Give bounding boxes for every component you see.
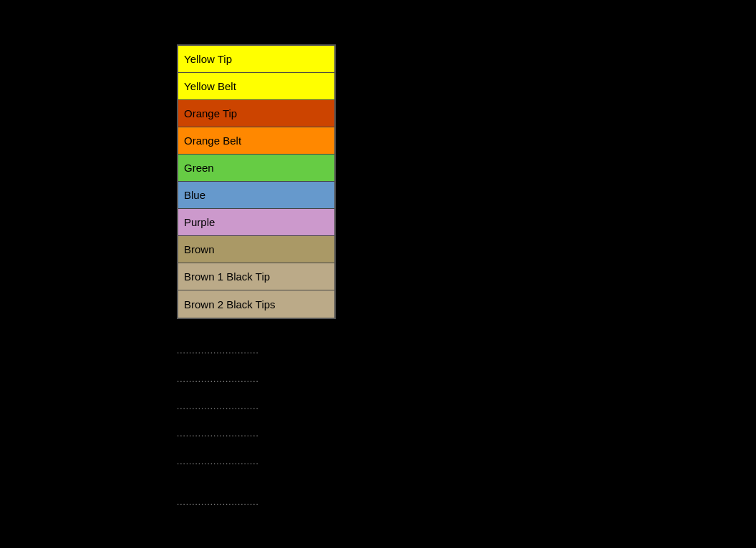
belt-item[interactable]: Orange Tip (178, 100, 334, 127)
belt-item[interactable]: Brown 1 Black Tip (178, 263, 334, 290)
belt-item[interactable]: Yellow Tip (178, 46, 334, 73)
belt-item[interactable]: Brown (178, 236, 334, 263)
belt-item[interactable]: Blue (178, 182, 334, 209)
belt-item[interactable]: Green (178, 155, 334, 182)
belt-item[interactable]: Yellow Belt (178, 73, 334, 100)
belt-item[interactable]: Orange Belt (178, 127, 334, 155)
belt-item[interactable]: Brown 2 Black Tips (178, 290, 334, 318)
belt-list: Yellow TipYellow BeltOrange TipOrange Be… (177, 44, 336, 319)
dotted-line: ........................... (177, 373, 259, 385)
dotted-line: ........................... (177, 456, 259, 467)
dotted-line: ........................... (177, 345, 259, 356)
dotted-line: ........................... (177, 496, 259, 508)
dotted-line: ........................... (177, 401, 259, 412)
belt-item[interactable]: Purple (178, 209, 334, 236)
dotted-line: ........................... (177, 428, 259, 439)
